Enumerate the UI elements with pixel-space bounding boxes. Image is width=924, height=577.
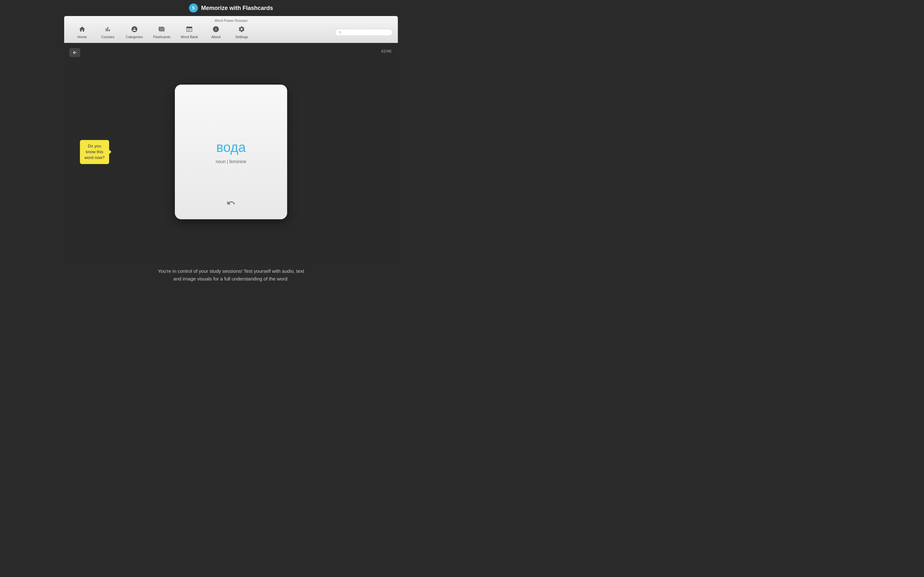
title-bar: 5 Memorize with Flashcards (0, 0, 462, 16)
about-icon (212, 26, 220, 34)
nav-label-home: Home (78, 35, 87, 39)
svg-rect-4 (187, 27, 192, 29)
nav-item-categories[interactable]: Categories (121, 24, 148, 40)
settings-icon (238, 26, 245, 34)
flashcard-word: вода (216, 140, 246, 155)
content-area: 42/46 Do you know this word now? вода no… (64, 43, 398, 261)
app-icon: 5 (189, 3, 198, 13)
home-icon (79, 26, 86, 34)
nav-label-wordbank: Word Bank (181, 35, 198, 39)
nav-item-home[interactable]: Home (69, 24, 95, 40)
back-button[interactable] (69, 48, 80, 57)
footer: You're in control of your study sessions… (0, 261, 462, 288)
flashcard[interactable]: вода noun | feminine (175, 85, 287, 219)
search-icon (338, 31, 342, 34)
flashcard-type: noun | feminine (216, 159, 246, 164)
footer-text: You're in control of your study sessions… (0, 268, 462, 283)
nav-label-courses: Courses (102, 35, 115, 39)
nav-label-about: About (212, 35, 221, 39)
categories-icon (131, 26, 138, 34)
window-title: Word Power Russian (214, 19, 247, 23)
nav-item-wordbank[interactable]: Word Bank (176, 24, 203, 40)
nav-item-about[interactable]: About (203, 24, 229, 40)
flip-button[interactable] (226, 198, 236, 210)
main-window: Word Power Russian Home Courses Categori… (64, 16, 398, 261)
nav-label-settings: Settings (235, 35, 248, 39)
courses-icon (104, 26, 111, 34)
nav-item-settings[interactable]: Settings (229, 24, 254, 40)
nav-label-flashcards: Flashcards (153, 35, 170, 39)
wordbank-icon (186, 26, 193, 34)
nav-bar: Home Courses Categories Flashcards (69, 24, 393, 40)
nav-label-categories: Categories (126, 35, 143, 39)
toolbar: Word Power Russian Home Courses Categori… (64, 16, 398, 43)
progress-text: 42/46 (381, 49, 391, 53)
search-box[interactable] (335, 29, 393, 36)
flashcards-icon (158, 26, 165, 34)
nav-item-flashcards[interactable]: Flashcards (148, 24, 176, 40)
svg-rect-2 (160, 27, 165, 32)
tooltip-bubble: Do you know this word now? (80, 140, 109, 164)
nav-item-courses[interactable]: Courses (95, 24, 121, 40)
app-title: Memorize with Flashcards (201, 5, 273, 11)
search-input[interactable] (344, 30, 389, 35)
